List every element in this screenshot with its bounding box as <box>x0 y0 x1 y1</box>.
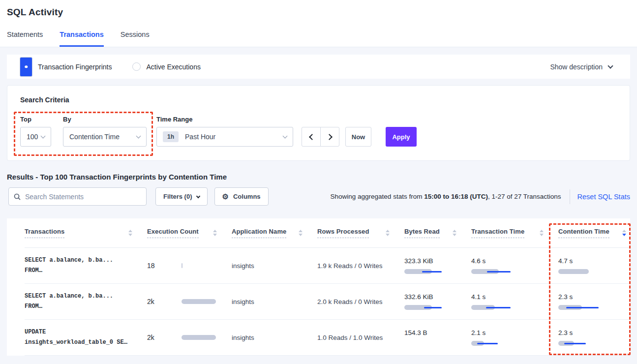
bytes-read-cell: 332.6 KiB <box>404 293 471 310</box>
columns-label: Columns <box>233 193 261 200</box>
now-button[interactable]: Now <box>345 127 371 147</box>
application-name-cell: insights <box>232 298 317 305</box>
header-contention-time: Contention Time <box>558 228 630 238</box>
radio-selected-icon <box>20 57 32 77</box>
sort-icon[interactable] <box>386 230 390 236</box>
chevron-down-icon <box>283 133 288 138</box>
search-criteria-fields: Top 100 By Contention Time Time Range 1h… <box>20 116 617 147</box>
radio-unselected-icon <box>132 62 141 71</box>
radio-label: Transaction Fingerprints <box>38 63 112 71</box>
gear-icon: ⚙ <box>222 193 229 200</box>
chevron-down-icon <box>136 133 141 138</box>
by-label: By <box>63 116 156 123</box>
header-transactions: Transactions <box>25 228 147 238</box>
execution-count-cell: 18 <box>147 262 232 270</box>
header-bytes-read: Bytes Read <box>404 228 471 238</box>
execution-count-bar <box>182 335 216 340</box>
header: SQL Activity Statements Transactions Ses… <box>0 0 637 47</box>
results-toolbar: Filters (0) ⚙ Columns Showing aggregated… <box>8 187 630 206</box>
show-description-label: Show description <box>550 63 603 71</box>
query-cell[interactable]: UPDATE insights_workload_table_0 SE… <box>25 327 147 348</box>
stddev-line <box>487 271 511 273</box>
chevron-left-icon <box>309 134 315 140</box>
search-criteria-card: Search Criteria Top 100 By Contention Ti… <box>7 85 630 161</box>
time-prev-button[interactable] <box>302 127 321 147</box>
stats-summary: Showing aggregated stats from 15:00 to 1… <box>331 193 561 200</box>
table-row[interactable]: UPDATE insights_workload_table_0 SE… 2k … <box>25 320 630 356</box>
vertical-divider <box>570 189 570 204</box>
time-next-button[interactable] <box>320 127 339 147</box>
header-rows-processed: Rows Processed <box>317 228 404 238</box>
time-nav-group <box>302 127 339 147</box>
radio-label: Active Executions <box>146 63 201 71</box>
radio-active-executions[interactable]: Active Executions <box>132 62 201 71</box>
top-select[interactable]: 100 <box>20 127 51 147</box>
chevron-down-icon <box>607 63 613 68</box>
filters-button[interactable]: Filters (0) <box>155 187 208 206</box>
columns-button[interactable]: ⚙ Columns <box>214 187 269 206</box>
results-heading: Results - Top 100 Transaction Fingerprin… <box>7 173 630 181</box>
header-execution-count: Execution Count <box>147 228 232 238</box>
show-description-toggle[interactable]: Show description <box>550 63 618 71</box>
stddev-line <box>424 307 442 308</box>
filters-label: Filters (0) <box>163 193 192 200</box>
time-range-badge: 1h <box>163 131 179 142</box>
sort-icon[interactable] <box>453 230 456 236</box>
bytes-read-cell: 154.3 B <box>404 329 471 346</box>
execution-count-cell: 2k <box>147 334 232 341</box>
transaction-time-cell: 2.1 s <box>471 329 558 346</box>
time-range-label: Time Range <box>156 116 302 123</box>
transactions-table: Transactions Execution Count Application… <box>7 218 630 356</box>
contention-time-cell: 2.3 s <box>558 293 630 310</box>
sort-icon[interactable] <box>213 230 217 236</box>
execution-count-bar <box>182 299 216 304</box>
search-criteria-title: Search Criteria <box>20 96 617 104</box>
apply-button[interactable]: Apply <box>386 127 417 147</box>
execution-count-cell: 2k <box>147 298 232 305</box>
search-icon <box>14 193 21 200</box>
top-select-value: 100 <box>27 133 38 141</box>
stddev-line <box>486 307 511 308</box>
chevron-right-icon <box>326 134 333 140</box>
rows-processed-cell: 2.0 k Reads / 0 Writes <box>317 298 404 305</box>
radio-transaction-fingerprints[interactable]: Transaction Fingerprints <box>20 57 112 77</box>
search-input[interactable] <box>25 193 141 201</box>
bytes-read-cell: 323.3 KiB <box>404 257 471 274</box>
top-field: Top 100 <box>20 116 63 147</box>
header-application-name: Application Name <box>232 228 317 238</box>
contention-time-cell: 2.3 s <box>558 329 630 346</box>
contention-time-cell: 4.7 s <box>558 257 630 274</box>
sort-icon-active-desc[interactable] <box>622 230 626 236</box>
sort-icon[interactable] <box>299 230 303 236</box>
by-select-value: Contention Time <box>69 133 120 141</box>
reset-sql-stats-link[interactable]: Reset SQL Stats <box>577 193 630 201</box>
view-toggle-row: Transaction Fingerprints Active Executio… <box>7 55 630 79</box>
table-header-row: Transactions Execution Count Application… <box>25 218 630 248</box>
top-label: Top <box>20 116 63 123</box>
query-cell[interactable]: SELECT a.balance, b.ba... FROM… <box>25 255 147 276</box>
query-cell[interactable]: SELECT a.balance, b.ba... FROM… <box>25 291 147 312</box>
tab-transactions[interactable]: Transactions <box>60 30 103 47</box>
search-box <box>8 187 147 206</box>
rows-processed-cell: 1.0 Reads / 1.0 Writes <box>317 334 404 341</box>
by-select[interactable]: Contention Time <box>63 127 147 147</box>
stddev-line <box>422 271 442 273</box>
rows-processed-cell: 1.9 k Reads / 0 Writes <box>317 262 404 270</box>
header-transaction-time: Transaction Time <box>471 228 558 238</box>
sort-icon[interactable] <box>540 230 544 236</box>
chevron-down-icon <box>41 133 46 138</box>
sql-activity-page: SQL Activity Statements Transactions Ses… <box>0 0 637 364</box>
tab-bar: Statements Transactions Sessions <box>7 30 637 47</box>
tab-statements[interactable]: Statements <box>7 30 43 47</box>
time-range-value: Past Hour <box>185 133 215 141</box>
table-row[interactable]: SELECT a.balance, b.ba... FROM… 18 insig… <box>25 248 630 284</box>
stddev-line <box>566 307 599 308</box>
tab-sessions[interactable]: Sessions <box>121 30 150 47</box>
sort-icon[interactable] <box>128 230 132 236</box>
stats-time-range: 15:00 to 16:18 (UTC) <box>424 193 488 200</box>
table-row[interactable]: SELECT a.balance, b.ba... FROM… 2k insig… <box>25 284 630 320</box>
stddev-line <box>477 343 498 344</box>
application-name-cell: insights <box>232 262 317 270</box>
time-range-select[interactable]: 1h Past Hour <box>156 127 293 147</box>
execution-count-bar <box>182 263 182 268</box>
